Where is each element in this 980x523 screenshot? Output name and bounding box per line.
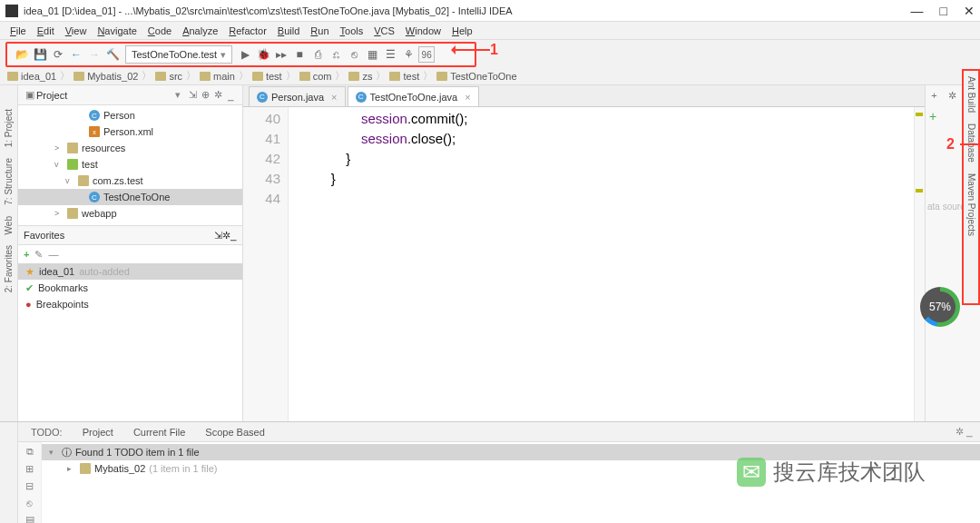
annotation-1: 1 — [490, 42, 498, 58]
gear-icon[interactable]: ✲ — [948, 90, 956, 102]
menu-view[interactable]: View — [61, 25, 92, 37]
module-icon — [80, 463, 91, 474]
delete-icon[interactable]: — — [48, 249, 58, 260]
chevron-down-icon[interactable]: ▾ — [175, 89, 181, 101]
menu-navigate[interactable]: Navigate — [93, 25, 141, 37]
target-icon[interactable]: ⊕ — [199, 89, 211, 101]
gear-icon[interactable]: ✲ — [222, 230, 230, 242]
tree-row[interactable]: xPerson.xml — [18, 123, 242, 140]
breadcrumb-item[interactable]: main — [200, 71, 235, 82]
project-tree[interactable]: CPersonxPerson.xml>resourcesvtestvcom.zs… — [18, 105, 242, 225]
plus-icon[interactable]: + — [931, 90, 936, 101]
add-icon[interactable]: + — [24, 249, 29, 260]
minimize-button[interactable]: — — [911, 4, 924, 18]
tree-row[interactable]: CPerson — [18, 107, 242, 123]
filter-icon[interactable]: ⧉ — [26, 446, 34, 458]
tool2-icon[interactable]: ⎌ — [328, 46, 344, 63]
breadcrumb: idea_01〉Mybatis_02〉src〉main〉test〉com〉zs〉… — [0, 67, 980, 85]
titlebar: idea_01 [D:\idea_01] - ...\Mybatis_02\sr… — [0, 0, 980, 22]
debug-button[interactable]: 🐞 — [255, 46, 271, 63]
counter-box[interactable]: 96 — [418, 46, 435, 63]
favorites-row[interactable]: ●Breakpoints — [18, 296, 242, 312]
breadcrumb-item[interactable]: Mybatis_02 — [74, 71, 138, 82]
tool6-icon[interactable]: ⚘ — [400, 46, 416, 63]
right-tab[interactable]: Ant Build — [965, 71, 978, 118]
todo-tab[interactable]: Current File — [124, 425, 194, 439]
expand-icon[interactable]: ⊞ — [25, 463, 34, 475]
save-icon[interactable]: 💾 — [32, 46, 48, 63]
close-button[interactable]: ✕ — [964, 4, 975, 18]
tree-row[interactable]: CTestOneToOne — [18, 189, 242, 205]
maximize-button[interactable]: □ — [940, 4, 947, 18]
left-tab[interactable]: Web — [2, 211, 15, 240]
menu-code[interactable]: Code — [143, 25, 176, 37]
tool5-icon[interactable]: ☰ — [382, 46, 398, 63]
info-icon: ⓘ — [62, 446, 72, 459]
breadcrumb-item[interactable]: TestOneToOne — [436, 71, 516, 82]
menu-file[interactable]: File — [5, 25, 31, 37]
collapse-icon[interactable]: ⇲ — [186, 89, 199, 101]
gear-icon[interactable]: ✲ — [211, 89, 224, 101]
stop-button[interactable]: ■ — [291, 46, 308, 63]
tool3-icon[interactable]: ⎋ — [346, 46, 362, 63]
menu-window[interactable]: Window — [401, 25, 446, 37]
build-icon[interactable]: 🔨 — [104, 46, 121, 63]
tool1-icon[interactable]: ⎙ — [309, 46, 326, 63]
menubar: FileEditViewNavigateCodeAnalyzeRefactorB… — [0, 22, 980, 40]
breadcrumb-item[interactable]: test — [252, 71, 282, 82]
left-tab[interactable]: 7: Structure — [2, 153, 15, 211]
breadcrumb-item[interactable]: zs — [348, 71, 372, 82]
editor-tab[interactable]: CPerson.java× — [249, 86, 346, 106]
breadcrumb-item[interactable]: idea_01 — [7, 71, 56, 82]
left-tab[interactable]: 1: Project — [2, 104, 15, 153]
tree-row[interactable]: >webapp — [18, 205, 242, 222]
hide-icon[interactable]: ⎯ — [224, 90, 237, 101]
favorites-header: Favorites ⇲ ✲ ⎯ — [18, 225, 242, 245]
forward-icon[interactable]: → — [86, 46, 103, 63]
code-lines[interactable]: session.commit(); session.close(); } } — [289, 107, 468, 421]
breadcrumb-item[interactable]: com — [299, 71, 332, 82]
menu-build[interactable]: Build — [273, 25, 304, 37]
todo-tab[interactable]: TODO: — [22, 425, 72, 439]
breadcrumb-item[interactable]: src — [155, 71, 182, 82]
todo-tab[interactable]: Project — [74, 425, 122, 439]
hide-icon[interactable]: ⎯ — [230, 230, 237, 241]
code-area[interactable]: 4041424344 session.commit(); session.clo… — [243, 107, 925, 421]
menu-vcs[interactable]: VCS — [369, 25, 399, 37]
favorites-list[interactable]: ★idea_01 auto-added✔Bookmarks●Breakpoint… — [18, 263, 242, 312]
tool-icon[interactable]: ⎋ — [26, 498, 33, 508]
back-icon[interactable]: ← — [68, 46, 84, 63]
run-config-dropdown[interactable]: TestOneToOne.test ▾ — [125, 45, 232, 64]
tree-row[interactable]: >resources — [18, 140, 242, 156]
collapse-icon[interactable]: ⇲ — [214, 230, 222, 242]
breadcrumb-item[interactable]: test — [389, 71, 419, 82]
todo-tab[interactable]: Scope Based — [196, 425, 273, 439]
menu-help[interactable]: Help — [447, 25, 477, 37]
run-button[interactable]: ▶ — [237, 46, 253, 63]
menu-edit[interactable]: Edit — [33, 25, 59, 37]
collapse-icon[interactable]: ⊟ — [25, 480, 34, 492]
app-icon — [5, 5, 18, 17]
right-tab[interactable]: Maven Projects — [965, 168, 978, 242]
coverage-gauge: 57% — [920, 287, 960, 327]
todo-side-toolbar: ⧉ ⊞ ⊟ ⎋ ▤ — [18, 442, 42, 523]
menu-run[interactable]: Run — [306, 25, 333, 37]
sync-icon[interactable]: ⟳ — [50, 46, 66, 63]
structure-icon[interactable]: ▦ — [364, 46, 380, 63]
editor-tab[interactable]: CTestOneToOne.java× — [348, 86, 479, 106]
editor: CPerson.java×CTestOneToOne.java× 4041424… — [243, 85, 926, 421]
left-toolstrip: 1: Project7: StructureWeb2: Favorites — [0, 85, 18, 421]
tool2-icon[interactable]: ▤ — [25, 514, 34, 523]
menu-analyze[interactable]: Analyze — [178, 25, 222, 37]
tree-row[interactable]: vtest — [18, 156, 242, 173]
tree-row[interactable]: vcom.zs.test — [18, 173, 242, 189]
gutter: 4041424344 — [243, 107, 289, 421]
left-tab[interactable]: 2: Favorites — [2, 240, 15, 298]
menu-refactor[interactable]: Refactor — [224, 25, 271, 37]
menu-tools[interactable]: Tools — [336, 25, 368, 37]
open-icon[interactable]: 📂 — [14, 46, 30, 63]
coverage-button[interactable]: ▸▸ — [273, 46, 289, 63]
edit-icon[interactable]: ✎ — [34, 249, 43, 261]
favorites-row[interactable]: ✔Bookmarks — [18, 280, 242, 296]
favorites-row[interactable]: ★idea_01 auto-added — [18, 263, 242, 280]
